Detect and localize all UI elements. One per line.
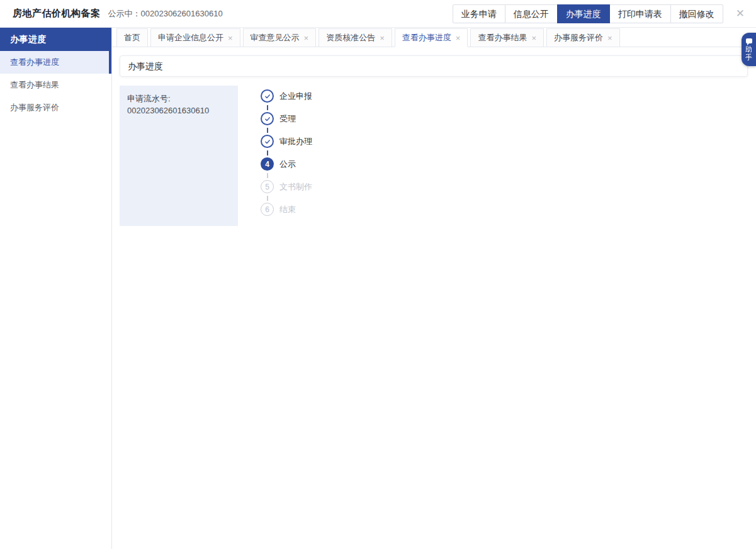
tab-view-progress[interactable]: 查看办事进度 × [395, 28, 468, 47]
serial-label: 申请流水号: [127, 93, 230, 105]
tab-label: 首页 [124, 29, 140, 47]
tab-close-icon[interactable]: × [456, 34, 461, 42]
assistant-label-char: 手 [745, 54, 752, 61]
step-connector [267, 173, 268, 178]
tab-label: 查看办事结果 [478, 29, 527, 47]
sidebar: 办事进度 查看办事进度 查看办事结果 办事服务评价 [0, 28, 112, 549]
app-title: 房地产估价机构备案 [13, 8, 101, 20]
tab-home[interactable]: 首页 [116, 28, 148, 47]
main-area: 首页 申请企业信息公开 × 审查意见公示 × 资质核准公告 × 查看办事进度 ×… [112, 28, 756, 549]
step-document-production: 5 文书制作 [261, 180, 312, 203]
tab-close-icon[interactable]: × [531, 34, 536, 42]
tab-service-evaluation[interactable]: 办事服务评价 × [546, 28, 620, 47]
step-connector [267, 196, 268, 201]
tab-qualification-notice[interactable]: 资质核准公告 × [319, 28, 392, 47]
progress-button[interactable]: 办事进度 [557, 4, 610, 23]
step-label: 企业申报 [279, 91, 312, 102]
step-connector [267, 128, 268, 133]
tab-close-icon[interactable]: × [380, 34, 385, 42]
panel-title-card: 办事进度 [120, 55, 748, 77]
check-icon [261, 135, 274, 148]
step-connector [267, 105, 268, 110]
step-acceptance: 受理 [261, 112, 312, 135]
status-label: 公示中： [108, 9, 141, 18]
progress-stepper: 企业申报 受理 审批办理 [261, 86, 312, 226]
assistant-button[interactable]: 助 手 [742, 33, 756, 66]
tab-close-icon[interactable]: × [304, 34, 309, 42]
step-label: 受理 [279, 113, 296, 125]
step-enterprise-declaration: 企业申报 [261, 89, 312, 112]
step-number-badge: 5 [261, 180, 274, 193]
tab-label: 资质核准公告 [326, 29, 375, 47]
chat-bubble-icon [746, 38, 752, 43]
tab-label: 申请企业信息公开 [158, 29, 223, 47]
tab-label: 查看办事进度 [402, 29, 451, 47]
step-approval-handling: 审批办理 [261, 135, 312, 157]
serial-number-card: 申请流水号: 002023062601630610 [120, 86, 238, 226]
tab-close-icon[interactable]: × [228, 34, 233, 42]
check-icon [261, 112, 274, 125]
close-icon[interactable]: ✕ [736, 8, 745, 19]
main-layout: 办事进度 查看办事进度 查看办事结果 办事服务评价 首页 申请企业信息公开 × … [0, 28, 756, 549]
step-number-badge: 4 [261, 157, 274, 171]
sidebar-item-view-progress[interactable]: 查看办事进度 [0, 51, 111, 74]
step-connector [267, 150, 268, 156]
tab-label: 办事服务评价 [554, 29, 603, 47]
step-label: 公示 [279, 159, 296, 170]
business-apply-button[interactable]: 业务申请 [453, 4, 505, 23]
top-bar: 房地产估价机构备案 公示中：002023062601630610 业务申请 信息… [0, 0, 756, 28]
tab-review-opinion[interactable]: 审查意见公示 × [243, 28, 317, 47]
withdraw-modify-button[interactable]: 撤回修改 [670, 4, 723, 23]
check-icon [261, 89, 274, 103]
assistant-label-char: 助 [745, 45, 752, 53]
status-serial-number: 002023062601630610 [141, 9, 223, 18]
status-text: 公示中：002023062601630610 [108, 8, 223, 20]
tab-bar: 首页 申请企业信息公开 × 审查意见公示 × 资质核准公告 × 查看办事进度 ×… [112, 28, 756, 47]
step-label: 文书制作 [279, 181, 312, 193]
step-label: 审批办理 [279, 136, 312, 147]
topbar-button-group: 业务申请 信息公开 办事进度 打印申请表 撤回修改 [453, 4, 723, 23]
progress-content: 申请流水号: 002023062601630610 企业申报 受理 [120, 86, 756, 226]
print-application-button[interactable]: 打印申请表 [609, 4, 671, 23]
step-number-badge: 6 [261, 203, 274, 216]
step-finish: 6 结束 [261, 203, 312, 216]
serial-value: 002023062601630610 [127, 105, 230, 117]
sidebar-item-view-result[interactable]: 查看办事结果 [0, 74, 111, 96]
tab-apply-company-info[interactable]: 申请企业信息公开 × [150, 28, 240, 47]
sidebar-header: 办事进度 [0, 28, 111, 51]
page-title: 办事进度 [128, 61, 163, 71]
info-disclosure-button[interactable]: 信息公开 [505, 4, 558, 23]
step-label: 结束 [279, 204, 296, 215]
tab-close-icon[interactable]: × [607, 34, 612, 42]
step-publicity: 4 公示 [261, 157, 312, 180]
sidebar-item-service-evaluation[interactable]: 办事服务评价 [0, 96, 111, 119]
tab-label: 审查意见公示 [251, 29, 300, 47]
tab-view-result[interactable]: 查看办事结果 × [470, 28, 544, 47]
